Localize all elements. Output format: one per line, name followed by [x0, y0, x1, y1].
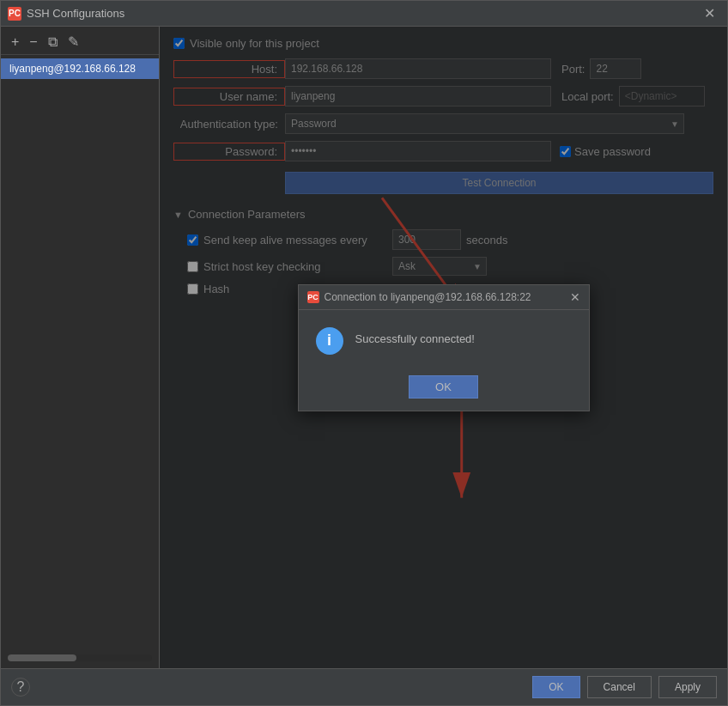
sidebar: + − ⧉ ✎ liyanpeng@192.168.66.128	[1, 27, 160, 668]
app-icon: PC	[8, 7, 21, 21]
remove-button[interactable]: −	[26, 33, 40, 51]
popup-ok-button[interactable]: OK	[409, 375, 478, 399]
close-button[interactable]: ✕	[699, 3, 720, 23]
popup-overlay: PC Connection to liyanpeng@192.168.66.12…	[160, 27, 727, 668]
apply-button[interactable]: Apply	[658, 676, 717, 698]
cancel-button[interactable]: Cancel	[587, 676, 652, 698]
popup-app-icon: PC	[307, 291, 319, 303]
window-title: SSH Configurations	[27, 7, 699, 20]
popup-close-button[interactable]: ✕	[570, 290, 580, 304]
popup-title: Connection to liyanpeng@192.168.66.128:2…	[325, 291, 570, 303]
right-panel: Visible only for this project Host: Port…	[160, 27, 727, 668]
sidebar-item-ssh[interactable]: liyanpeng@192.168.66.128	[1, 58, 159, 79]
info-icon: i	[316, 327, 343, 355]
add-button[interactable]: +	[8, 33, 22, 51]
popup-body: i Successfully connected!	[299, 310, 589, 368]
popup-dialog: PC Connection to liyanpeng@192.168.66.12…	[298, 284, 590, 411]
main-window: PC SSH Configurations ✕ + − ⧉ ✎ liyanpen…	[0, 0, 728, 706]
scrollbar-area	[1, 651, 159, 665]
sidebar-toolbar: + − ⧉ ✎	[1, 30, 159, 55]
main-content: + − ⧉ ✎ liyanpeng@192.168.66.128 Visible…	[1, 27, 727, 668]
copy-button[interactable]: ⧉	[45, 33, 61, 51]
bottom-actions: OK Cancel Apply	[532, 676, 717, 698]
scrollbar-thumb	[8, 654, 76, 661]
popup-footer: OK	[299, 368, 589, 411]
ok-button[interactable]: OK	[532, 676, 579, 698]
scrollbar-track[interactable]	[8, 654, 152, 661]
title-bar: PC SSH Configurations ✕	[1, 1, 727, 27]
bottom-bar: ? OK Cancel Apply	[1, 668, 727, 705]
popup-message: Successfully connected!	[355, 327, 475, 345]
edit-button[interactable]: ✎	[64, 33, 82, 51]
popup-title-bar: PC Connection to liyanpeng@192.168.66.12…	[299, 285, 589, 310]
help-button[interactable]: ?	[11, 678, 30, 697]
